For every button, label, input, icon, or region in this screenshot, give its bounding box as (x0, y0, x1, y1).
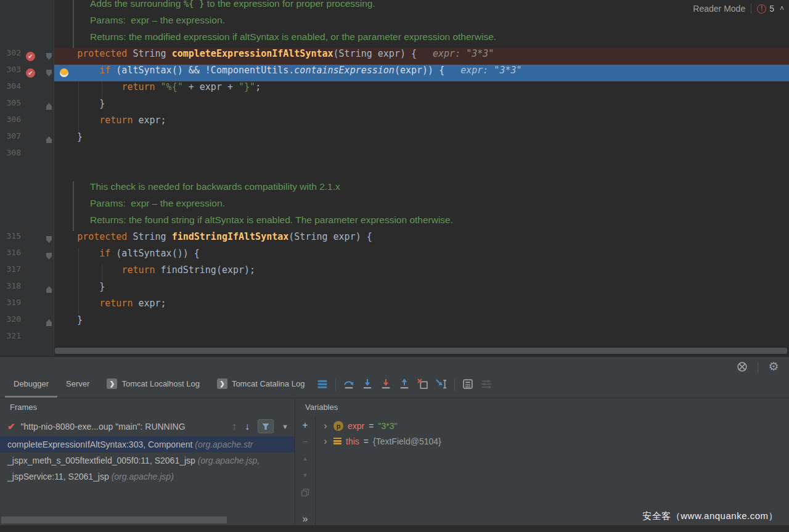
stack-frame-row[interactable]: _jspService:11, S2061_jsp (org.apache.js… (0, 469, 295, 485)
debug-header: ⚙ DebuggerServer❯Tomcat Localhost Log❯To… (0, 357, 789, 398)
fold-down-icon[interactable] (46, 253, 52, 260)
tab-server[interactable]: Server (57, 372, 98, 398)
step-over-icon[interactable] (340, 372, 358, 398)
add-watch-button[interactable]: + (302, 421, 308, 430)
line-number: 318 (0, 281, 21, 298)
editor-line[interactable]: 307 } (0, 131, 789, 148)
tab-label: Debugger (14, 379, 49, 388)
editor-line[interactable]: Returns: the found string if altSyntax i… (0, 215, 789, 231)
editor-line[interactable]: 316 if (altSyntax()) { (0, 248, 789, 264)
doc-comment-bar (73, 181, 74, 198)
console-icon: ❯ (107, 379, 117, 389)
editor-line[interactable]: 315 protected String findStringIfAltSynt… (0, 231, 789, 248)
threads-icon[interactable] (313, 372, 332, 398)
stack-frame-row[interactable]: completeExpressionIfAltSyntax:303, Compo… (0, 436, 295, 452)
equals-sign: = (369, 421, 374, 431)
thread-selector[interactable]: ✔ "http-nio-8080-exe...oup "main": RUNNI… (0, 416, 295, 436)
force-step-into-icon[interactable] (377, 372, 395, 398)
editor-line[interactable]: 302✔ protected String completeExpression… (0, 48, 789, 65)
editor-line[interactable]: 318 } (0, 281, 789, 298)
inspection-widget[interactable]: ! 5 (757, 4, 774, 14)
editor-line[interactable]: 320 } (0, 314, 789, 331)
fold-up-icon[interactable] (46, 319, 52, 326)
line-number: 321 (0, 331, 21, 348)
stack-frame-row[interactable]: _jspx_meth_s_005ftextfield_005f0:11, S20… (0, 452, 295, 469)
divider (335, 379, 336, 391)
doc-comment-bar (73, 0, 74, 15)
editor-horizontal-scrollbar[interactable] (55, 348, 787, 354)
run-to-cursor-icon[interactable] (432, 372, 451, 398)
remove-watch-button: − (302, 438, 308, 446)
code-text: return expr; (55, 298, 166, 314)
fold-down-icon[interactable] (46, 70, 52, 76)
more-button[interactable]: » (303, 515, 308, 523)
line-number: 307 (0, 131, 21, 148)
variables-panel: Variables +−▲▼» ›pexpr="3*3"›this={TextF… (295, 398, 789, 525)
variable-row[interactable]: ›pexpr="3*3" (316, 418, 789, 433)
chevron-up-icon[interactable]: ˄ (780, 4, 784, 13)
editor-line[interactable]: Params: expr – the expression. (0, 15, 789, 31)
variable-row[interactable]: ›this={TextField@5104} (316, 433, 789, 449)
editor-line[interactable]: 319 return expr; (0, 298, 789, 314)
evaluate-expression-icon[interactable] (459, 372, 477, 398)
editor-line[interactable] (0, 165, 789, 181)
editor-line[interactable]: 303✔ if (altSyntax() && !ComponentUtils.… (0, 65, 789, 81)
code-text: } (55, 131, 83, 148)
frames-horizontal-scrollbar[interactable] (1, 517, 227, 523)
editor-line[interactable]: 308 (0, 148, 789, 165)
fold-up-icon[interactable] (46, 136, 52, 143)
frame-location: completeExpressionIfAltSyntax:303, Compo… (7, 440, 195, 449)
editor-line[interactable]: Params: expr – the expression. (0, 198, 789, 215)
thread-dropdown-icon[interactable]: ▼ (282, 423, 288, 430)
line-number: 302 (0, 48, 21, 65)
doc-comment-bar (73, 215, 74, 231)
fold-up-icon[interactable] (46, 103, 52, 110)
line-number: 308 (0, 148, 21, 165)
hide-frames-filter-icon[interactable] (258, 419, 274, 433)
breakpoint-icon[interactable]: ✔ (26, 52, 35, 61)
editor-line[interactable]: Adds the surrounding %{ } to the express… (0, 0, 789, 15)
doc-comment-bar (73, 15, 74, 31)
variables-panel-title: Variables (295, 398, 789, 416)
fold-up-icon[interactable] (46, 286, 52, 293)
debugger-inline-hint: expr: "3*3" (460, 65, 521, 76)
editor-line[interactable]: 317 return findString(expr); (0, 264, 789, 281)
tab-tomcat-localhost-log[interactable]: ❯Tomcat Localhost Log (98, 372, 208, 398)
watches-toolbar: +−▲▼» (295, 416, 316, 525)
frame-up-icon[interactable]: ↑ (232, 421, 237, 432)
code-text: return findString(expr); (55, 264, 255, 281)
editor-line[interactable]: 306 return expr; (0, 115, 789, 131)
reader-mode-toggle[interactable]: Reader Mode (693, 4, 745, 14)
frame-package: (org.apache.jsp) (112, 472, 174, 481)
editor-line[interactable]: Returns: the modified expression if altS… (0, 31, 789, 48)
frame-location: _jspService:11, S2061_jsp (7, 472, 112, 481)
ide-window: Adds the surrounding %{ } to the express… (0, 0, 789, 532)
fold-down-icon[interactable] (46, 53, 52, 60)
editor-line[interactable]: 321 (0, 331, 789, 348)
divider (454, 379, 455, 391)
tab-tomcat-catalina-log[interactable]: ❯Tomcat Catalina Log (208, 372, 314, 398)
drop-frame-icon[interactable] (414, 372, 432, 398)
fold-down-icon[interactable] (46, 236, 52, 243)
step-into-icon[interactable] (358, 372, 377, 398)
tab-debugger[interactable]: Debugger (5, 372, 57, 398)
frame-down-icon[interactable]: ↓ (245, 421, 250, 432)
frame-package: (org.apache.jsp, (198, 456, 260, 465)
expand-chevron-icon[interactable]: › (322, 420, 329, 432)
line-number: 320 (0, 314, 21, 331)
editor-line[interactable]: This check is needed for backwards compa… (0, 181, 789, 198)
step-out-icon[interactable] (395, 372, 414, 398)
expand-chevron-icon[interactable]: › (322, 436, 329, 447)
editor-line[interactable]: 304 return "%{" + expr + "}"; (0, 81, 789, 98)
line-number: 303 (0, 65, 21, 81)
code-text: Params: expr – the expression. (90, 198, 225, 215)
move-down-button: ▼ (303, 471, 308, 480)
editor-line[interactable]: 305 } (0, 98, 789, 115)
breakpoint-icon[interactable]: ✔ (26, 68, 35, 78)
code-editor[interactable]: Adds the surrounding %{ } to the express… (0, 0, 789, 356)
layout-settings-icon[interactable] (477, 372, 496, 398)
thread-status: "http-nio-8080-exe...oup "main": RUNNING (21, 422, 186, 432)
doc-comment-bar (73, 31, 74, 48)
line-number: 317 (0, 264, 21, 281)
frame-package: (org.apache.str (195, 440, 253, 449)
